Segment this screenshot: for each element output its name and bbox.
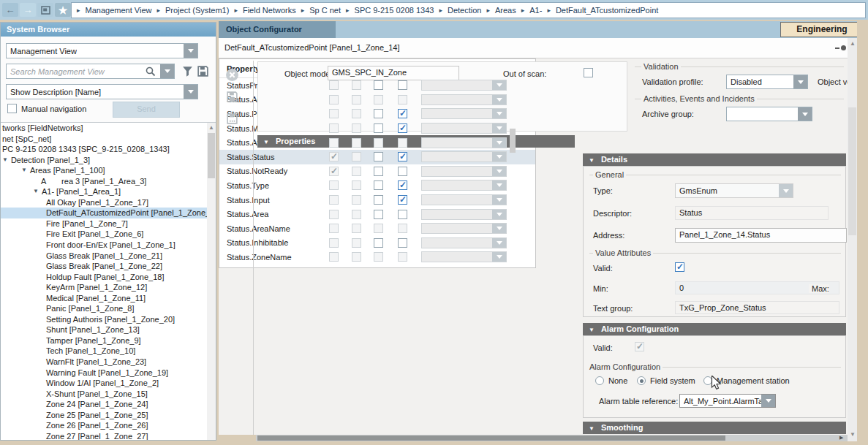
fs-checkbox[interactable] — [329, 210, 339, 219]
save-search-icon[interactable] — [197, 65, 209, 77]
vl-checkbox[interactable] — [374, 195, 383, 205]
vl-checkbox[interactable] — [374, 252, 383, 262]
validation-profile-dropdown[interactable]: Disabled — [726, 75, 808, 89]
scroll-up-icon[interactable]: ▲ — [850, 40, 856, 47]
search-options-dropdown[interactable] — [161, 64, 175, 79]
favorites-button[interactable]: ★ — [55, 3, 71, 17]
details-section-header[interactable]: ▼Details — [583, 153, 846, 166]
tree-item[interactable]: Zone 27 [Panel_1_Zone_27] — [1, 431, 207, 440]
ms-checkbox[interactable] — [352, 123, 361, 133]
breadcrumb-item[interactable]: Project (System1) — [165, 6, 229, 15]
ms-checkbox[interactable] — [352, 252, 361, 262]
tree-item[interactable]: Panic [Panel_1_Zone_8] — [1, 303, 207, 314]
properties-section-header[interactable]: ▼Properties — [257, 135, 575, 148]
alarm-valid-checkbox[interactable] — [635, 342, 644, 351]
breadcrumb-item[interactable]: Sp C net — [309, 6, 341, 15]
breadcrumb-item[interactable]: DetFault_ATcustomizedPoint — [556, 6, 658, 15]
bottom-horizontal-scrollbar[interactable]: ▶ — [256, 435, 848, 441]
tree-item[interactable]: WarnFlt [Panel_1_Zone_23] — [1, 357, 207, 368]
tree-item[interactable]: DetFault_ATcustomizedPoint [Panel_1_Zone… — [1, 208, 207, 218]
tree-item[interactable]: ▼A1- [Panel_1_Area_1] — [1, 186, 207, 197]
vl-checkbox[interactable] — [374, 238, 383, 248]
ms-checkbox[interactable] — [352, 152, 361, 161]
descriptor-field[interactable]: Status — [675, 206, 829, 220]
property-row[interactable]: Status.ZoneName — [219, 250, 535, 265]
al-checkbox[interactable] — [398, 238, 407, 248]
archive-group-dropdown[interactable] — [421, 94, 507, 105]
scroll-right-icon[interactable]: ▶ — [839, 435, 843, 441]
al-checkbox[interactable] — [398, 152, 407, 161]
scrollbar-thumb[interactable] — [257, 436, 725, 441]
property-row[interactable]: Status.Area — [219, 207, 535, 221]
al-checkbox[interactable] — [398, 210, 407, 219]
tree-item[interactable]: X-Shunt [Panel_1_Zone_15] — [1, 389, 207, 400]
breadcrumb-item[interactable]: Field Networks — [243, 6, 296, 15]
breadcrumb-item[interactable]: Detection — [448, 6, 481, 15]
archive-group-dropdown[interactable] — [421, 209, 507, 220]
tree-item[interactable]: KeyArm [Panel_1_Zone_12] — [1, 282, 207, 293]
archive-group-dropdown[interactable] — [421, 180, 507, 191]
property-row[interactable]: Status.Inhibitable — [219, 236, 535, 251]
fs-checkbox[interactable] — [329, 195, 339, 205]
tree-item[interactable]: Holdup Fault [Panel_1_Zone_18] — [1, 272, 207, 283]
alarm-configuration-section-header[interactable]: ▼Alarm Configuration — [583, 323, 846, 335]
property-row[interactable]: Status.NotReady — [219, 164, 535, 179]
ms-checkbox[interactable] — [352, 210, 361, 219]
ms-checkbox[interactable] — [352, 195, 361, 205]
fs-checkbox[interactable] — [329, 95, 339, 104]
tree-scrollbar[interactable]: ▲ — [207, 123, 216, 440]
fs-checkbox[interactable] — [329, 123, 339, 133]
object-model-field[interactable]: GMS_SPC_IN_Zone — [328, 66, 459, 80]
tree-item[interactable]: A rea 3 [Panel_1_Area_3] — [1, 176, 207, 187]
al-checkbox[interactable] — [398, 195, 407, 205]
back-button[interactable]: ← — [2, 3, 18, 17]
fs-checkbox[interactable] — [329, 180, 339, 190]
archive-group-dropdown[interactable] — [421, 108, 507, 119]
recent-views-button[interactable] — [37, 3, 53, 17]
vl-checkbox[interactable] — [374, 152, 383, 161]
fs-checkbox[interactable] — [329, 167, 339, 176]
pin-icon[interactable] — [835, 45, 846, 50]
send-button[interactable]: Send — [113, 102, 180, 118]
property-row[interactable]: Status.Type — [219, 178, 535, 193]
fs-checkbox[interactable] — [329, 252, 339, 262]
tree-item[interactable]: Zone 24 [Panel_1_Zone_24] — [1, 399, 207, 410]
smoothing-section-header[interactable]: ▼Smoothing — [583, 422, 846, 434]
al-checkbox[interactable] — [398, 180, 407, 190]
vl-checkbox[interactable] — [374, 224, 383, 233]
tree-item[interactable]: Tamper [Panel_1_Zone_9] — [1, 335, 207, 346]
discard-changes-icon[interactable] — [225, 68, 239, 82]
al-checkbox[interactable] — [398, 95, 407, 104]
vl-checkbox[interactable] — [374, 180, 383, 190]
archive-group-dropdown[interactable] — [421, 137, 507, 148]
tree-item[interactable]: Medical [Panel_1_Zone_11] — [1, 293, 207, 304]
tree-item[interactable]: Fire Exit [Panel_1_Zone_6] — [1, 229, 207, 240]
ms-checkbox[interactable] — [352, 167, 361, 176]
table-scrollbar-thumb[interactable] — [510, 129, 516, 153]
search-input[interactable] — [6, 64, 161, 79]
al-checkbox[interactable] — [398, 123, 407, 133]
tree-item[interactable]: Shunt [Panel_1_Zone_13] — [1, 324, 207, 335]
right-pane-vertical-scrollbar[interactable]: ▲ ▼ — [848, 38, 857, 441]
archive-group-dropdown[interactable] — [421, 251, 507, 262]
vl-checkbox[interactable] — [374, 95, 383, 104]
ms-checkbox[interactable] — [352, 95, 361, 104]
fs-checkbox[interactable] — [329, 238, 339, 248]
al-checkbox[interactable] — [398, 252, 407, 262]
address-field[interactable]: Panel_1_Zone_14.Status — [675, 228, 847, 243]
tree-item[interactable]: ▼Areas [Panel_1_100] — [1, 165, 207, 176]
breadcrumb-item[interactable]: Management View — [86, 6, 152, 15]
al-checkbox[interactable] — [398, 109, 407, 118]
archive-group-dropdown[interactable] — [421, 223, 507, 234]
vl-checkbox[interactable] — [374, 109, 383, 118]
ms-checkbox[interactable] — [352, 224, 361, 233]
archive-group-dropdown[interactable] — [421, 123, 507, 134]
fs-checkbox[interactable] — [329, 138, 339, 148]
property-row[interactable]: Status.AreaName — [219, 221, 535, 236]
tree-item[interactable]: Tech [Panel_1_Zone_10] — [1, 346, 207, 357]
filter-icon[interactable] — [181, 65, 194, 77]
search-icon[interactable] — [146, 66, 156, 77]
tree-item[interactable]: net [SpC_net] — [1, 134, 207, 145]
ms-checkbox[interactable] — [352, 109, 361, 118]
tree-item[interactable]: Glass Break [Panel_1_Zone_22] — [1, 261, 207, 272]
